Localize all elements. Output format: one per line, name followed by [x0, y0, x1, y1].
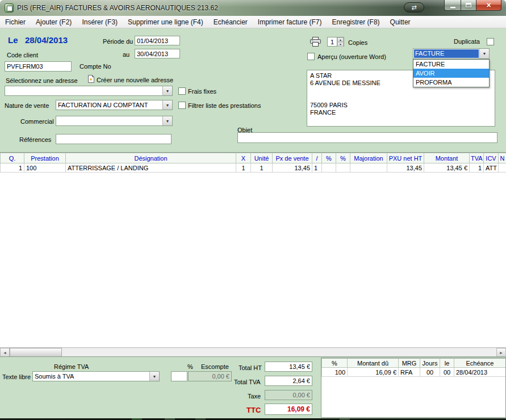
chevron-down-icon[interactable]: ▼ [479, 49, 489, 58]
duplicata-checkbox[interactable] [487, 38, 494, 45]
window-title: PIS (FRE_AIR) FACTURES & AVOIRS AERONAUT… [17, 0, 218, 16]
escompte-amount-input[interactable] [188, 371, 232, 381]
scroll-right-icon[interactable]: ► [496, 348, 506, 357]
menu-bar: Fichier Ajouter (F2) Insérer (F3) Suppri… [0, 16, 506, 28]
spinner-down-icon[interactable]: ▼ [337, 42, 344, 47]
close-icon: × [486, 1, 491, 10]
creer-nouvelle-adresse-link[interactable]: Créer une nouvelle adresse [88, 75, 173, 85]
cell-prestation[interactable]: 100 [24, 163, 66, 173]
cell-majoration[interactable] [350, 163, 387, 173]
total-ht-input[interactable] [265, 362, 312, 372]
cell-cutoff[interactable] [499, 163, 506, 173]
adresse-select[interactable]: ▼ [5, 86, 173, 96]
copies-label: Copies [348, 39, 367, 46]
references-input[interactable] [56, 134, 172, 144]
cell-icv[interactable]: ATT [484, 163, 499, 173]
nature-de-vente-select[interactable]: FACTURATION AU COMPTANT ▼ [56, 100, 173, 110]
total-tva-input[interactable] [265, 376, 312, 386]
document-type-select[interactable]: FACTURE ▼ [413, 48, 490, 59]
menu-item-echeancier[interactable]: Echéancier [208, 16, 253, 28]
escompte-pct-input[interactable] [171, 371, 187, 381]
cell-slash[interactable]: 1 [312, 163, 322, 173]
scroll-left-icon[interactable]: ◄ [0, 348, 10, 357]
dropdown-option-proforma[interactable]: PROFORMA [413, 78, 489, 87]
menu-item-imprimer-facture[interactable]: Imprimer facture (F7) [253, 16, 327, 28]
printer-icon [310, 37, 321, 49]
cell-pct1[interactable] [322, 163, 336, 173]
regime-tva-select[interactable]: Soumis à TVA ▼ [32, 371, 160, 381]
sched-cell-echeance[interactable]: 28/04/2013 [454, 368, 506, 377]
total-tva-label: Total TVA [234, 379, 261, 385]
cell-tva[interactable]: 1 [470, 163, 484, 173]
ttc-input[interactable] [265, 404, 312, 415]
commercial-value [56, 116, 162, 125]
minimize-button[interactable] [444, 0, 461, 11]
col-header-pxu-net-ht: PXU net HT [387, 153, 424, 163]
frais-fixes-checkbox[interactable] [178, 87, 186, 95]
maximize-button[interactable] [461, 0, 476, 11]
nature-de-vente-value: FACTURATION AU COMPTANT [56, 100, 162, 110]
commercial-select[interactable]: ▼ [56, 116, 173, 126]
sched-cell-pct[interactable]: 100 [322, 368, 348, 377]
creer-nouvelle-adresse-label: Créer une nouvelle adresse [97, 77, 173, 83]
address-line: FRANCE [310, 109, 492, 116]
maximize-icon [466, 3, 471, 7]
dropdown-option-avoir[interactable]: AVOIR [413, 69, 489, 78]
menu-item-enregistrer[interactable]: Enregistrer (F8) [327, 16, 385, 28]
close-button[interactable]: × [476, 0, 501, 11]
menu-item-quitter[interactable]: Quitter [385, 16, 416, 28]
objet-input[interactable] [237, 132, 497, 143]
chevron-down-icon[interactable]: ▼ [162, 100, 172, 110]
cell-designation[interactable]: ATTERRISSAGE / LANDING [66, 163, 236, 173]
chevron-down-icon[interactable]: ▼ [162, 86, 172, 95]
dropdown-option-facture[interactable]: FACTURE [413, 60, 489, 69]
col-header-pct1: % [322, 153, 336, 163]
frais-fixes-label: Frais fixes [188, 88, 216, 95]
menu-item-supprimer-ligne[interactable]: Supprimer une ligne (F4) [123, 16, 208, 28]
apercu-word-checkbox[interactable] [307, 53, 315, 60]
app-icon[interactable] [5, 3, 14, 12]
cell-x[interactable]: 1 [236, 163, 251, 173]
cell-q[interactable]: 1 [1, 163, 24, 173]
periode-to-input[interactable] [135, 49, 180, 58]
periode-from-input[interactable] [135, 36, 180, 45]
sched-col-mrg: MRG [399, 359, 420, 368]
swap-arrows-icon: ⇄ [411, 4, 416, 11]
table-row: 1 100 ATTERRISSAGE / LANDING 1 1 13,45 1… [1, 163, 506, 173]
col-header-designation: Désignation [66, 153, 236, 163]
title-bar[interactable]: PIS (FRE_AIR) FACTURES & AVOIRS AERONAUT… [0, 0, 506, 16]
commercial-label: Commercial [20, 118, 54, 125]
schedule-header-row: % Montant dû MRG Jours le Echéance [322, 359, 506, 368]
taxe-input[interactable] [265, 390, 312, 400]
cell-montant[interactable]: 13,45 € [424, 163, 470, 173]
scrollbar-thumb[interactable] [10, 348, 62, 357]
code-client-label: Code client [7, 52, 38, 58]
address-line [310, 94, 492, 102]
copies-count-input[interactable] [327, 37, 337, 47]
spinner-up-icon[interactable]: ▲ [337, 37, 344, 42]
chevron-down-icon[interactable]: ▼ [149, 372, 159, 381]
horizontal-scrollbar[interactable]: ◄ ► [0, 347, 506, 356]
filtrer-prestations-checkbox[interactable] [178, 102, 186, 109]
sched-cell-montant-du[interactable]: 16,09 € [348, 368, 399, 377]
regime-tva-label: Régime TVA [54, 363, 89, 370]
sched-cell-jours[interactable]: 00 [420, 368, 440, 377]
sched-col-jours: Jours [420, 359, 440, 368]
col-header-q: Q. [1, 153, 24, 163]
menu-item-inserer[interactable]: Insérer (F3) [77, 16, 123, 28]
cell-px-de-vente[interactable]: 13,45 [273, 163, 312, 173]
cell-unite[interactable]: 1 [251, 163, 273, 173]
menu-item-fichier[interactable]: Fichier [0, 16, 31, 28]
date-prefix-label: Le [8, 35, 18, 45]
texte-libre-label: Texte libre [2, 373, 31, 380]
sched-cell-le[interactable]: 00 [440, 368, 454, 377]
col-header-px-de-vente: Px de vente [273, 153, 312, 163]
menu-item-ajouter[interactable]: Ajouter (F2) [31, 16, 77, 28]
cell-pxu-net-ht[interactable]: 13,45 [387, 163, 424, 173]
cell-pct2[interactable] [336, 163, 350, 173]
document-type-dropdown-list: FACTURE AVOIR PROFORMA [413, 59, 490, 87]
chevron-down-icon[interactable]: ▼ [162, 116, 172, 125]
code-client-input[interactable] [5, 61, 72, 72]
sched-cell-mrg[interactable]: RFA [399, 368, 420, 377]
window-extra-button[interactable]: ⇄ [404, 2, 424, 12]
